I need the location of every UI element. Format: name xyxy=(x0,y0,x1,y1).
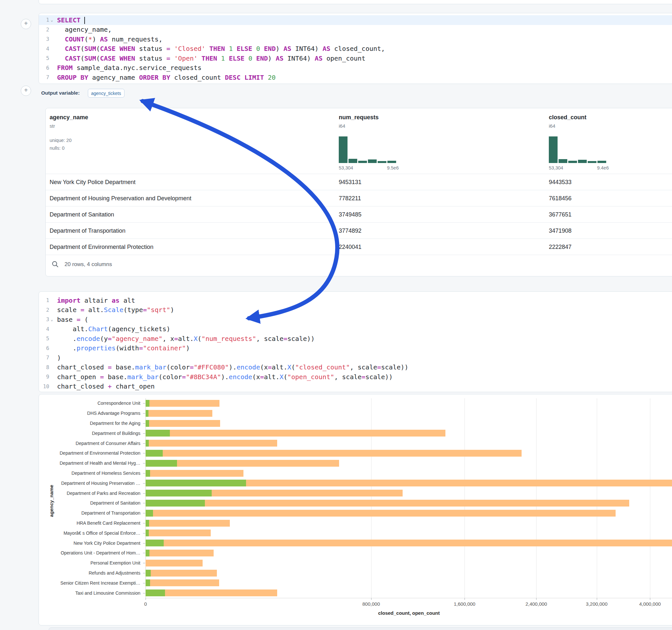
table-row[interactable]: Department of Sanitation37494853677651 xyxy=(46,206,672,222)
x-tick-mark xyxy=(536,598,536,600)
histogram-min-label: 53,304 xyxy=(549,165,563,170)
category-label: Personal Exemption Unit xyxy=(39,560,140,565)
code-line[interactable]: 3⌄base = ( xyxy=(39,315,672,324)
line-number: 8 xyxy=(40,364,49,370)
bar-closed_count xyxy=(146,539,672,547)
line-number: 5 xyxy=(40,55,49,61)
table-row[interactable]: Department of Environmental Protection22… xyxy=(46,239,672,255)
code-line[interactable]: 1import altair as alt xyxy=(39,295,672,305)
output-variable-pill[interactable]: agency_tickets xyxy=(88,89,124,98)
code-line[interactable]: 10chart_closed + chart_open xyxy=(39,382,672,391)
table-cell: New York City Police Department xyxy=(50,178,136,185)
add-cell-button-top[interactable]: + xyxy=(21,19,31,29)
histogram-bar xyxy=(588,161,597,163)
table-cell: 9443533 xyxy=(549,178,572,185)
y-tick-mark xyxy=(143,443,145,444)
bar-closed_count xyxy=(146,400,219,407)
column-name: agency_name xyxy=(50,114,88,121)
y-tick-mark xyxy=(143,423,145,423)
code-line[interactable]: 2 agency_name, xyxy=(39,25,672,35)
category-label: Mayorâ€ s Office of Special Enforce… xyxy=(39,531,140,536)
code-line[interactable]: 5 CAST(SUM(CASE WHEN status = 'Open' THE… xyxy=(39,53,672,63)
code-line[interactable]: 2scale = alt.Scale(type="sqrt") xyxy=(39,305,672,315)
code-line[interactable]: 4 alt.Chart(agency_tickets) xyxy=(39,324,672,334)
category-label: Department of Environmental Protection xyxy=(39,451,140,456)
y-tick-mark xyxy=(143,463,145,463)
y-tick-mark xyxy=(143,533,145,533)
y-tick-mark xyxy=(143,523,145,524)
column-name: closed_count xyxy=(549,114,586,121)
sql-code-editor[interactable]: 1⌄SELECT 2 agency_name,3 COUNT(*) AS num… xyxy=(39,13,672,83)
chevron-down-icon[interactable]: ⌄ xyxy=(49,19,54,22)
code-line[interactable]: 8chart_closed = base.mark_bar(color="#FF… xyxy=(39,363,672,372)
histogram-bar xyxy=(339,137,347,163)
code-line[interactable]: 7GROUP BY agency_name ORDER BY closed_co… xyxy=(39,73,672,82)
column-type: str xyxy=(50,123,55,129)
x-tick-mark xyxy=(371,598,371,600)
code-line[interactable]: 6FROM sample_data.nyc.service_requests xyxy=(39,63,672,73)
code-line[interactable]: 5 .encode(y="agency_name", x=alt.X("num_… xyxy=(39,334,672,343)
add-cell-button-middle[interactable]: + xyxy=(21,86,31,96)
code-line[interactable]: 6 .properties(width="container") xyxy=(39,343,672,353)
line-number: 1 xyxy=(40,297,49,303)
table-cell: Department of Environmental Protection xyxy=(50,243,153,250)
column-histogram xyxy=(549,137,609,163)
y-tick-mark xyxy=(143,543,145,543)
code-line[interactable]: 7) xyxy=(39,353,672,363)
bar-open_count xyxy=(146,480,246,486)
table-header: agency_namestrunique: 20nulls: 0num_requ… xyxy=(46,108,672,174)
bar-open_count xyxy=(146,490,212,496)
table-row[interactable]: New York City Police Department945313194… xyxy=(46,174,672,190)
python-code-editor[interactable]: 1import altair as alt2scale = alt.Scale(… xyxy=(39,292,672,392)
table-row[interactable]: Department of Housing Preservation and D… xyxy=(46,190,672,206)
column-meta: unique: 20 xyxy=(50,138,72,143)
line-number: 2 xyxy=(40,27,49,33)
category-label: New York City Police Department xyxy=(39,540,140,546)
histogram-bar xyxy=(568,161,577,163)
table-cell: 3471908 xyxy=(549,227,572,234)
x-tick-mark xyxy=(650,598,650,600)
output-variable-label: Output variable: xyxy=(41,90,80,96)
category-label: Department of Buildings xyxy=(39,431,140,436)
bar-closed_count xyxy=(146,420,220,427)
gridline xyxy=(371,398,371,598)
table-cell: 7782211 xyxy=(339,195,361,201)
category-label: HRA Benefit Card Replacement xyxy=(39,520,140,526)
table-cell: Department of Sanitation xyxy=(50,211,114,218)
bar-closed_count xyxy=(146,550,214,556)
line-number: 2 xyxy=(40,307,49,313)
search-icon[interactable] xyxy=(51,261,59,268)
chart-x-axis-title: closed_count, open_count xyxy=(146,610,672,616)
next-cell-edge xyxy=(49,627,672,630)
y-tick-mark xyxy=(143,483,145,484)
line-number: 4 xyxy=(40,326,49,332)
code-line[interactable]: 4 CAST(SUM(CASE WHEN status = 'Closed' T… xyxy=(39,44,672,54)
bar-open_count xyxy=(146,400,149,407)
table-cell: Department of Housing Preservation and D… xyxy=(50,195,191,201)
bar-closed_count xyxy=(146,530,211,536)
histogram-bar xyxy=(378,161,386,163)
table-cell: 2240041 xyxy=(339,243,361,250)
y-tick-mark xyxy=(143,473,145,474)
table-cell: 7618456 xyxy=(549,195,572,201)
table-row[interactable]: Department of Transportation377489234719… xyxy=(46,222,672,239)
histogram-bar xyxy=(349,159,357,163)
bar-closed_count xyxy=(146,589,277,596)
x-tick-mark xyxy=(146,598,146,600)
category-label: Senior Citizen Rent Increase Exempti… xyxy=(39,580,140,586)
code-line[interactable]: 1⌄SELECT xyxy=(39,15,672,25)
table-cell: 3749485 xyxy=(339,211,361,218)
code-line[interactable]: 3 COUNT(*) AS num_requests, xyxy=(39,34,672,44)
bar-open_count xyxy=(146,420,149,427)
bar-open_count xyxy=(146,460,177,467)
histogram-bar xyxy=(387,161,396,163)
line-number: 3 xyxy=(40,36,49,42)
bar-closed_count xyxy=(146,560,202,566)
gridline xyxy=(650,398,650,598)
code-line[interactable]: 9chart_open = base.mark_bar(color="#8BC3… xyxy=(39,372,672,382)
table-cell: 3677651 xyxy=(549,211,572,218)
chevron-down-icon[interactable]: ⌄ xyxy=(49,318,54,321)
bar-open_count xyxy=(146,530,149,536)
bar-closed_count xyxy=(146,500,629,507)
y-tick-mark xyxy=(143,433,145,434)
